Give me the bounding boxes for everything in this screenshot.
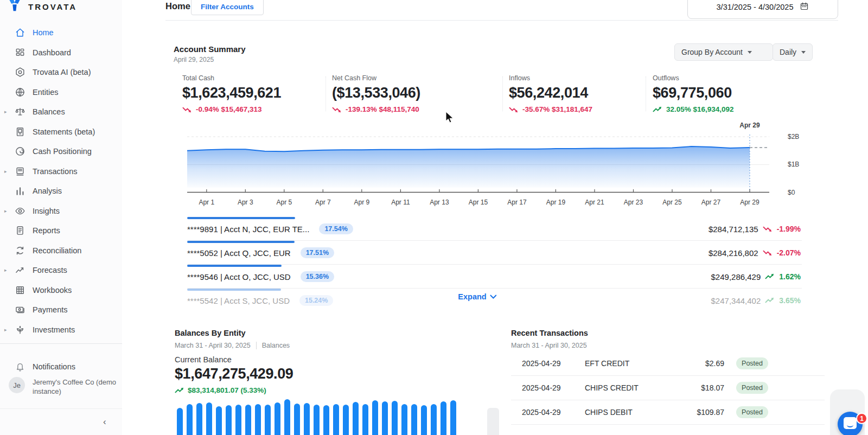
entity-balance-bar-chart[interactable] (177, 397, 481, 435)
group-by-dropdown[interactable]: Group By Account (674, 43, 773, 61)
sidebar-item-transactions[interactable]: ▸Transactions (0, 162, 122, 182)
balance-trend-chart[interactable] (187, 130, 769, 194)
expand-caret-icon[interactable]: ▸ (4, 169, 7, 174)
reports-icon (15, 225, 25, 236)
account-share-badge: 17.51% (301, 247, 334, 258)
page-title: Home (165, 1, 190, 11)
sidebar-item-analysis[interactable]: Analysis (0, 181, 122, 201)
partial-bar (487, 408, 499, 435)
account-breakdown-list: ****9891 | Acct N, JCC, EUR TE...17.54%$… (187, 217, 802, 312)
sidebar-item-notifications[interactable]: Notifications (0, 357, 122, 376)
date-range-value: 3/31/2025 - 4/30/2025 (717, 3, 794, 11)
kpi-delta: 32.05% $16,934,092 (653, 105, 734, 113)
x-axis-tick-label: Apr 7 (315, 199, 331, 206)
sidebar: TROVATA HomeDashboardTrovata AI (beta)En… (0, 0, 122, 435)
transaction-row[interactable]: 2025-04-29CHIPS CREDIT$18.07Posted (511, 376, 825, 400)
sidebar-collapse-button[interactable]: ‹ (103, 417, 106, 427)
x-axis-tick-label: Apr 5 (276, 199, 292, 206)
transaction-description: CHIPS CREDIT (585, 383, 701, 392)
account-share-bar (187, 289, 281, 291)
transaction-description: CHIPS DEBIT (585, 408, 697, 417)
sidebar-item-statements-beta[interactable]: Statements (beta) (0, 122, 122, 142)
entity-balance-bar (323, 405, 329, 435)
frequency-dropdown[interactable]: Daily (773, 43, 813, 61)
trend-down-icon (509, 106, 519, 113)
sidebar-item-home[interactable]: Home (0, 23, 122, 43)
account-balance: $284,712,135 (709, 225, 758, 234)
entity-balance-bar (343, 405, 349, 435)
sidebar-item-forecasts[interactable]: ▸Forecasts (0, 260, 122, 280)
transaction-status-badge: Posted (736, 406, 768, 418)
kpi-label: Net Cash Flow (332, 74, 420, 82)
balances-tab[interactable]: Balances (262, 342, 290, 349)
transaction-row[interactable]: 2025-04-29EFT CREDIT$2.69Posted (511, 351, 825, 376)
sidebar-item-reports[interactable]: Reports (0, 221, 122, 241)
sidebar-item-investments[interactable]: ▸Investments (0, 320, 122, 340)
account-row[interactable]: ****9891 | Acct N, JCC, EUR TE...17.54%$… (187, 217, 802, 241)
filter-accounts-button[interactable]: Filter Accounts (191, 0, 264, 15)
transaction-row[interactable]: 2025-04-29CHIPS DEBIT$109.87Posted (511, 400, 825, 425)
cash-positioning-icon (15, 146, 25, 157)
transactions-list: 2025-04-29EFT CREDIT$2.69Posted2025-04-2… (511, 351, 825, 425)
kpi-delta-value: -35.67% $31,181,647 (522, 105, 592, 113)
transaction-status-badge: Posted (736, 357, 768, 369)
trovata-logo[interactable]: TROVATA (8, 0, 77, 15)
entity-balance-bar (441, 401, 446, 435)
kpi-delta: -35.67% $31,181,647 (509, 105, 592, 113)
analysis-icon (15, 185, 25, 196)
sidebar-item-payments[interactable]: Payments (0, 300, 122, 320)
date-range-picker[interactable]: 3/31/2025 - 4/30/2025 (687, 0, 838, 19)
sidebar-item-label: Reports (33, 226, 60, 235)
current-balance-label: Current Balance (175, 355, 232, 364)
reconciliation-icon (15, 245, 25, 256)
entity-balance-bar (362, 404, 368, 435)
current-balance-delta: $83,314,801.07 (5.33%) (175, 386, 266, 394)
workspace-switcher[interactable]: Je Jeremy's Coffee Co (demo instance) (9, 377, 117, 396)
expand-caret-icon[interactable]: ▸ (4, 267, 7, 273)
sidebar-item-reconciliation[interactable]: Reconciliation (0, 241, 122, 261)
account-row[interactable]: ****5052 | Acct Q, JCC, EUR17.51%$284,21… (187, 241, 802, 265)
account-row[interactable]: ****9546 | Acct O, JCC, USD15.36%$249,28… (187, 265, 802, 289)
avatar: Je (9, 377, 25, 393)
x-axis-tick-label: Apr 27 (701, 199, 720, 206)
kpi-outflows: Outflows$69,775,06032.05% $16,934,092 (653, 74, 734, 113)
entity-balance-bar (450, 400, 456, 435)
statements-icon (15, 126, 25, 137)
expand-caret-icon[interactable]: ▸ (4, 327, 7, 332)
transaction-date: 2025-04-29 (511, 383, 585, 392)
current-balance-delta-value: $83,314,801.07 (5.33%) (188, 386, 266, 394)
entity-balance-bar (177, 408, 183, 435)
kpi-label: Inflows (509, 74, 592, 82)
sidebar-item-label: Dashboard (33, 48, 71, 57)
sidebar-item-cash-positioning[interactable]: Cash Positioning (0, 142, 122, 162)
transaction-date: 2025-04-29 (511, 359, 585, 368)
account-share-bar (187, 265, 282, 267)
divider (256, 342, 257, 349)
sidebar-item-label: Home (33, 28, 54, 37)
sidebar-item-workbooks[interactable]: Workbooks (0, 280, 122, 300)
expand-caret-icon[interactable]: ▸ (4, 208, 7, 214)
x-axis-tick-label: Apr 21 (585, 199, 604, 206)
entity-balance-bar (245, 405, 251, 435)
kpi-divider (326, 76, 326, 111)
transactions-icon (15, 166, 25, 177)
entity-balance-bar (235, 405, 241, 435)
expand-button[interactable]: Expand (458, 292, 496, 301)
investments-icon (15, 324, 25, 335)
sidebar-item-dashboard[interactable]: Dashboard (0, 43, 122, 63)
entity-balance-bar (333, 404, 339, 435)
kpi-delta-value: -139.13% $48,115,740 (346, 105, 419, 113)
account-name: ****9891 | Acct N, JCC, EUR TE... (187, 225, 309, 234)
kpi-delta: -139.13% $48,115,740 (332, 105, 420, 113)
frequency-value: Daily (780, 48, 796, 56)
sidebar-item-label: Transactions (33, 167, 77, 176)
account-summary-title: Account Summary (174, 44, 246, 54)
kpi-inflows: Inflows$56,242,014-35.67% $31,181,647 (509, 74, 592, 113)
expand-label: Expand (458, 292, 486, 301)
account-share-badge: 17.54% (319, 223, 353, 234)
trend-up-icon (175, 387, 185, 394)
sidebar-item-insights[interactable]: ▸Insights (0, 201, 122, 221)
balances-by-entity-subtitle: March 31 - April 30, 2025 Balances (175, 342, 290, 349)
account-change-value: -1.99% (777, 225, 801, 233)
sidebar-item-label: Analysis (33, 187, 62, 195)
